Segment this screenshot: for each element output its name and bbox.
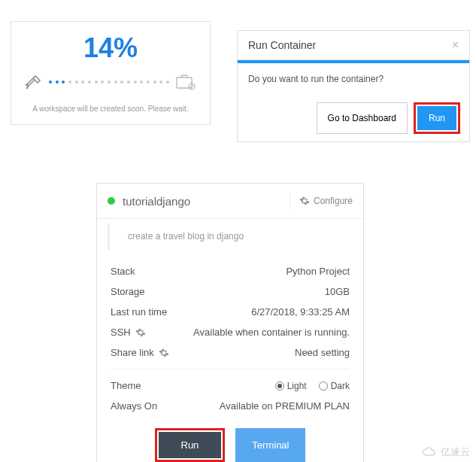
container-details-panel: tutorialdjango Configure create a travel… xyxy=(96,183,364,462)
cloud-icon xyxy=(421,447,438,457)
row-sharelink: Share link Need setting xyxy=(111,342,350,363)
dialog-body: Do you want to run the container? xyxy=(238,63,469,95)
dialog-footer: Go to Dashboard Run xyxy=(238,95,469,141)
workspace-progress-card: 14% A workspace will be created soon. Pl… xyxy=(11,21,211,125)
alwayson-label: Always On xyxy=(111,400,157,412)
close-icon[interactable]: × xyxy=(452,38,459,52)
highlight-box: Run xyxy=(155,428,226,462)
row-lastrun: Last run time 6/27/2018, 9:33:25 AM xyxy=(111,302,350,322)
theme-label: Theme xyxy=(111,380,141,391)
watermark-text: 亿速云 xyxy=(441,445,470,459)
run-button[interactable]: Run xyxy=(159,432,222,458)
stack-label: Stack xyxy=(111,266,135,277)
run-container-dialog: Run Container × Do you want to run the c… xyxy=(237,30,470,142)
highlight-box: Run xyxy=(414,102,460,134)
row-ssh: SSH Available when container is running. xyxy=(111,322,350,342)
container-name: tutorialdjango xyxy=(123,195,290,208)
progress-percent: 14% xyxy=(25,32,196,64)
lastrun-label: Last run time xyxy=(111,306,167,318)
divider xyxy=(111,369,350,369)
stack-value: Python Project xyxy=(286,266,350,277)
theme-dark-radio[interactable]: Dark xyxy=(319,381,350,391)
hammer-icon xyxy=(25,73,43,91)
storage-value: 10GB xyxy=(325,286,350,297)
watermark: 亿速云 xyxy=(421,445,470,459)
row-storage: Storage 10GB xyxy=(111,281,350,302)
theme-radio-group: Light Dark xyxy=(275,381,350,391)
terminal-button[interactable]: Terminal xyxy=(235,428,305,462)
gear-icon[interactable] xyxy=(159,348,169,358)
row-alwayson: Always On Available on PREMIUM PLAN xyxy=(111,396,350,416)
alwayson-value: Available on PREMIUM PLAN xyxy=(220,400,350,412)
row-stack: Stack Python Project xyxy=(111,261,350,281)
share-label: Share link xyxy=(111,347,169,358)
panel-footer: Run Terminal xyxy=(97,416,363,462)
ssh-value: Available when container is running. xyxy=(193,327,350,338)
briefcase-icon xyxy=(175,74,196,90)
go-to-dashboard-button[interactable]: Go to Dashboard xyxy=(317,102,408,134)
configure-button[interactable]: Configure xyxy=(290,193,353,209)
container-description: create a travel blog in django xyxy=(108,223,363,251)
svg-point-1 xyxy=(26,85,27,86)
gear-icon[interactable] xyxy=(135,327,146,338)
dialog-title: Run Container xyxy=(248,39,316,51)
progress-note: A workspace will be created soon. Please… xyxy=(25,105,196,113)
run-button[interactable]: Run xyxy=(417,106,456,130)
theme-light-radio[interactable]: Light xyxy=(275,381,307,391)
lastrun-value: 6/27/2018, 9:33:25 AM xyxy=(251,306,350,318)
status-dot-icon xyxy=(108,197,115,205)
svg-point-0 xyxy=(28,87,29,87)
svg-point-2 xyxy=(27,88,28,89)
svg-rect-3 xyxy=(177,78,192,88)
ssh-label: SSH xyxy=(111,327,146,338)
panel-header: tutorialdjango Configure xyxy=(97,184,363,219)
storage-label: Storage xyxy=(111,286,145,297)
configure-label: Configure xyxy=(314,196,353,206)
dialog-header: Run Container × xyxy=(238,31,469,60)
gear-icon xyxy=(299,196,310,206)
row-theme: Theme Light Dark xyxy=(111,375,350,396)
progress-dots xyxy=(49,81,169,84)
progress-line xyxy=(25,73,196,91)
details-rows: Stack Python Project Storage 10GB Last r… xyxy=(97,255,363,416)
share-value: Need setting xyxy=(295,347,350,358)
